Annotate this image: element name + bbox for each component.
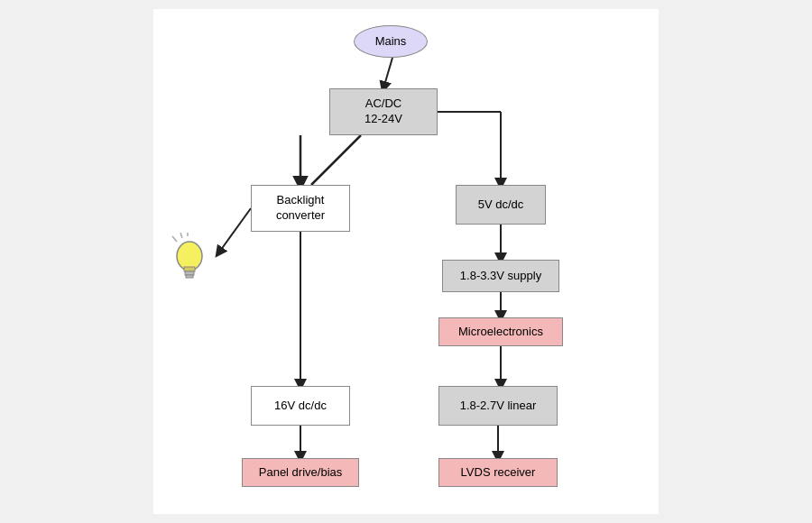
supply18-label: 1.8-3.3V supply bbox=[460, 269, 541, 284]
lvds-label: LVDS receiver bbox=[461, 465, 536, 481]
panel-label: Panel drive/bias bbox=[259, 465, 343, 481]
bulb-icon bbox=[170, 233, 213, 290]
linear-label: 1.8-2.7V linear bbox=[460, 399, 537, 414]
svg-point-16 bbox=[177, 242, 202, 271]
svg-line-14 bbox=[180, 233, 182, 238]
supply18-node: 1.8-3.3V supply bbox=[442, 260, 559, 292]
svg-line-13 bbox=[172, 236, 177, 242]
dcdc5v-label: 5V dc/dc bbox=[478, 197, 524, 213]
linear-node: 1.8-2.7V linear bbox=[438, 386, 558, 426]
svg-line-1 bbox=[311, 135, 361, 185]
micro-node: Microelectronics bbox=[438, 317, 563, 346]
acdc-node: AC/DC12-24V bbox=[329, 88, 438, 135]
mains-node: Mains bbox=[354, 25, 428, 58]
mains-label: Mains bbox=[375, 34, 407, 50]
backlight-label: Backlightconverter bbox=[276, 193, 325, 224]
diagram-container: Mains AC/DC12-24V Backlightconverter 5V … bbox=[153, 9, 659, 514]
svg-line-5 bbox=[218, 208, 251, 253]
connection-lines bbox=[153, 9, 659, 514]
dcdc5v-node: 5V dc/dc bbox=[456, 185, 546, 225]
backlight-node: Backlightconverter bbox=[251, 185, 350, 232]
svg-rect-18 bbox=[185, 271, 194, 275]
dcdc16v-node: 16V dc/dc bbox=[251, 386, 350, 426]
lvds-node: LVDS receiver bbox=[438, 458, 558, 487]
acdc-label: AC/DC12-24V bbox=[364, 96, 402, 127]
panel-node: Panel drive/bias bbox=[242, 458, 359, 487]
dcdc16v-label: 16V dc/dc bbox=[274, 399, 327, 414]
svg-rect-17 bbox=[184, 267, 195, 271]
svg-line-0 bbox=[383, 58, 392, 88]
svg-rect-19 bbox=[186, 275, 193, 278]
micro-label: Microelectronics bbox=[458, 325, 543, 340]
